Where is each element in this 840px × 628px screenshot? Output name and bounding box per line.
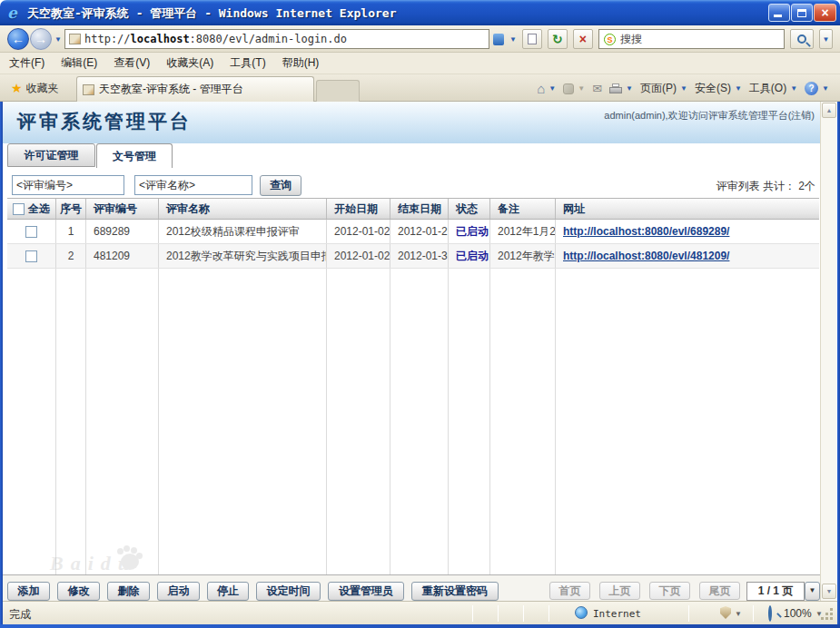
safety-menu-button[interactable]: 安全(S)▼ (695, 81, 742, 96)
start-button[interactable]: 启动 (157, 582, 200, 601)
close-icon: × (821, 5, 828, 20)
stop-review-button[interactable]: 停止 (207, 582, 249, 601)
ie-logo-icon: e (7, 4, 24, 20)
page-menu-label: 页面(P) (640, 81, 677, 96)
header-label: 全选 (28, 201, 50, 217)
feeds-button[interactable]: ▼ (563, 83, 585, 94)
forward-arrow-icon: → (35, 32, 47, 46)
stop-button[interactable]: × (573, 29, 593, 49)
browser-tab[interactable]: 天空教室-评审系统 - 管理平台 (76, 76, 314, 102)
resize-grip[interactable] (830, 617, 833, 620)
empty-table-grid (7, 269, 819, 574)
page-select-dropdown-icon: ▼ (809, 586, 816, 594)
address-dropdown-button[interactable]: ▼ (509, 35, 517, 44)
forward-button[interactable]: → (30, 28, 52, 50)
tools-menu-button[interactable]: 工具(O)▼ (749, 81, 797, 96)
new-tab-stub[interactable] (316, 80, 360, 102)
safety-menu-label: 安全(S) (695, 81, 731, 96)
phishing-dropdown-icon[interactable]: ▼ (735, 610, 742, 618)
review-url-link[interactable]: http://localhost:8080/evl/481209/ (563, 250, 729, 262)
scroll-up-icon: ▲ (826, 107, 833, 113)
back-button[interactable]: ← (7, 28, 29, 50)
minimize-icon (774, 15, 782, 17)
row-checkbox[interactable] (25, 250, 37, 262)
page-select-arrow[interactable]: ▼ (805, 582, 820, 601)
minimize-button[interactable] (768, 4, 790, 22)
edit-button[interactable]: 修改 (57, 582, 100, 601)
menu-edit[interactable]: 编辑(E) (61, 55, 97, 71)
printer-icon (609, 83, 622, 93)
header-end-date: 结束日期 (390, 199, 449, 219)
suggestion-icon (493, 34, 504, 45)
last-page-button[interactable]: 尾页 (699, 582, 740, 600)
cell-review-name: 2012教学改革研究与实践项目申报 (159, 244, 327, 268)
zoom-level[interactable]: 100% (784, 607, 812, 620)
help-button[interactable]: ?▼ (805, 82, 829, 95)
row-checkbox[interactable] (25, 226, 37, 238)
cell-review-no: 481209 (86, 244, 159, 268)
refresh-button[interactable]: ↻ (548, 29, 568, 49)
select-all-checkbox[interactable] (13, 203, 25, 215)
cell-seq: 1 (56, 220, 86, 243)
review-no-input[interactable] (12, 175, 124, 195)
page-header: 评审系统管理平台 admin(admin),欢迎访问评审系统管理平台(注销) (3, 102, 820, 143)
review-url-link[interactable]: http://localhost:8080/evl/689289/ (563, 225, 729, 238)
status-badge: 已启动 (456, 224, 489, 240)
tab-document-management[interactable]: 文号管理 (96, 143, 173, 168)
set-admin-button[interactable]: 设置管理员 (328, 582, 404, 601)
header-review-name: 评审名称 (159, 199, 327, 219)
soso-logo-icon: S (604, 34, 616, 45)
header-review-no: 评审编号 (86, 199, 159, 219)
mail-button[interactable]: ✉ (592, 82, 602, 95)
first-page-button[interactable]: 首页 (549, 582, 590, 600)
search-button[interactable] (790, 29, 814, 49)
search-input[interactable] (620, 33, 779, 45)
menu-view[interactable]: 查看(V) (114, 55, 150, 71)
page-select[interactable]: 1 / 1 页 (746, 582, 805, 601)
add-button[interactable]: 添加 (7, 582, 50, 601)
table-header: 全选 序号 评审编号 评审名称 开始日期 结束日期 状态 备注 网址 (7, 198, 819, 220)
header-seq: 序号 (56, 199, 86, 219)
query-button[interactable]: 查询 (260, 175, 301, 196)
tab-license-management[interactable]: 许可证管理 (7, 143, 95, 167)
search-options-button[interactable]: ▼ (819, 29, 833, 49)
restore-icon (797, 9, 806, 17)
close-button[interactable]: × (814, 4, 836, 22)
reset-password-button[interactable]: 重新设置密码 (411, 582, 499, 601)
scrollbar-down-button[interactable]: ▼ (822, 584, 836, 599)
page-menu-button[interactable]: 页面(P)▼ (640, 81, 687, 96)
next-page-button[interactable]: 下页 (649, 582, 690, 600)
address-input[interactable]: http://localhost:8080/evl/admin-login.do (64, 29, 489, 49)
magnifier-icon (797, 34, 806, 44)
zoom-dropdown-icon[interactable]: ▼ (815, 610, 823, 618)
set-time-button[interactable]: 设定时间 (256, 582, 321, 601)
maximize-button[interactable] (791, 4, 813, 22)
delete-button[interactable]: 删除 (107, 582, 150, 601)
status-separator (523, 605, 524, 622)
cell-review-no: 689289 (86, 220, 159, 243)
review-name-input[interactable] (134, 175, 252, 195)
scroll-down-icon: ▼ (826, 588, 833, 594)
print-button[interactable]: ▼ (609, 83, 633, 93)
back-arrow-icon: ← (12, 32, 25, 46)
menu-tools[interactable]: 工具(T) (230, 55, 265, 71)
window-border-bottom (0, 624, 840, 628)
window-title: 天空教室-评审系统 - 管理平台 - Windows Internet Expl… (27, 5, 745, 22)
menu-bar: 文件(F) 编辑(E) 查看(V) 收藏夹(A) 工具(T) 帮助(H) (0, 53, 840, 74)
address-toolbar: ▼ ↻ × S ▼ (493, 28, 833, 50)
home-button[interactable]: ⌂▼ (537, 81, 556, 96)
prev-page-button[interactable]: 上页 (599, 582, 640, 600)
menu-file[interactable]: 文件(F) (9, 55, 44, 71)
home-icon: ⌂ (537, 81, 545, 96)
menu-favorites[interactable]: 收藏夹(A) (166, 55, 213, 71)
status-separator (688, 605, 689, 622)
compatibility-view-button[interactable] (522, 29, 542, 49)
title-bar[interactable]: e 天空教室-评审系统 - 管理平台 - Windows Internet Ex… (0, 0, 840, 25)
search-dropdown-icon: ▼ (823, 35, 830, 44)
scrollbar-up-button[interactable]: ▲ (822, 103, 836, 118)
menu-help[interactable]: 帮助(H) (282, 55, 320, 71)
search-box[interactable]: S (598, 29, 785, 49)
content-scrollbar[interactable]: ▲ ▼ (820, 102, 836, 601)
history-dropdown-button[interactable]: ▼ (54, 35, 62, 44)
favorites-button[interactable]: ★ 收藏夹 (5, 78, 64, 98)
